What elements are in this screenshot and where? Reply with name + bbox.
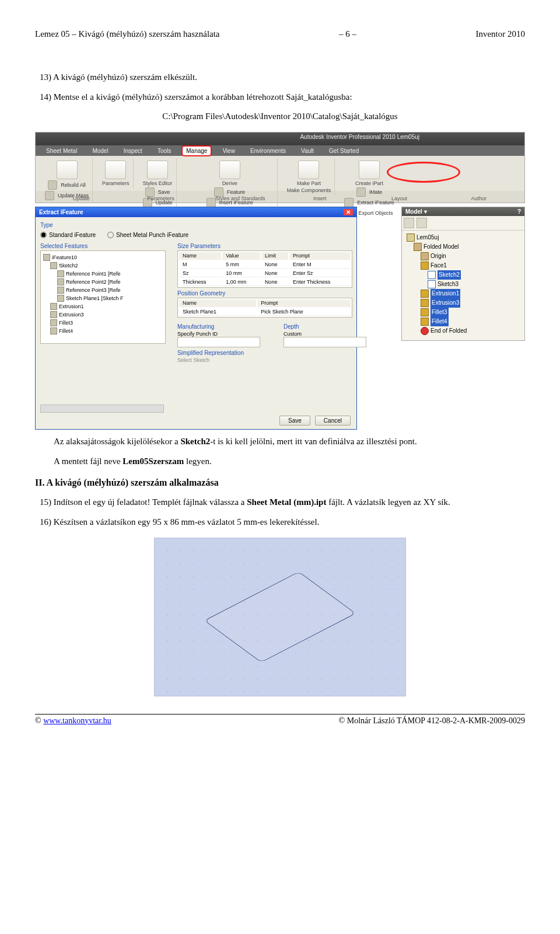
simplified-rep-label: Simplified Representation — [177, 350, 366, 356]
make-part-label: Make Part — [297, 180, 321, 186]
ribbon-tabs[interactable]: Sheet Metal Model Inspect Tools Manage V… — [43, 147, 362, 155]
panel-parameters: Parameters — [121, 196, 200, 201]
custom-label: Custom — [284, 331, 366, 337]
section-ii-title: II. A kivágó (mélyhúzó) szerszám alkalma… — [35, 478, 525, 488]
model-item-selected: Extrusion1 — [430, 289, 460, 298]
model-item: Folded Model — [424, 242, 459, 252]
select-sketch-label: Select Sketch — [177, 357, 366, 363]
step-15: 15) Indítson el egy új feladatot! Templé… — [35, 496, 525, 508]
manufacturing-label: Manufacturing — [177, 323, 260, 330]
create-ipart-icon[interactable] — [359, 161, 380, 179]
tree-icon — [50, 303, 57, 310]
export-objects-label: Export Objects — [358, 210, 393, 216]
screenshot-ribbon: Autodesk Inventor Professional 2010 Lem0… — [35, 132, 525, 203]
selected-features-tree[interactable]: iFeature10 Sketch2 Reference Point1 [Ref… — [40, 250, 166, 344]
parameters-label: Parameters — [102, 180, 130, 186]
h-scrollbar[interactable] — [40, 405, 164, 413]
part-icon — [407, 234, 415, 242]
step-16: 16) Készítsen a vázlatsíkon egy 95 x 86 … — [35, 516, 525, 528]
tab-sheet-metal[interactable]: Sheet Metal — [43, 147, 80, 155]
step-14: 14) Mentse el a kivágó (mélyhúzó) szersz… — [35, 91, 525, 103]
header-right: Inventor 2010 — [475, 29, 525, 39]
panel-styles: Styles and Standards — [201, 196, 280, 201]
radio-smpunch-label: Sheet Metal Punch iFeature — [116, 232, 188, 238]
fillet-icon — [421, 308, 429, 316]
face-icon — [421, 262, 429, 270]
sketch-icon — [428, 271, 436, 279]
model-item: End of Folded — [430, 326, 467, 336]
model-item-selected: Fillet3 — [430, 308, 449, 317]
type-label: Type — [40, 222, 352, 228]
tab-manage[interactable]: Manage — [183, 147, 211, 155]
tab-environments[interactable]: Environments — [247, 147, 289, 155]
model-item-selected: Sketch2 — [438, 270, 461, 280]
footer-link[interactable]: www.tankonyvtar.hu — [43, 716, 111, 725]
highlight-ring — [387, 162, 460, 183]
panel-update: Update — [41, 196, 121, 201]
tree-icon — [57, 287, 64, 294]
tree-item-refpt2: Reference Point2 [Refe — [66, 278, 121, 286]
size-params-table[interactable]: NameValue LimitPrompt M5 mmNoneEnter M S… — [177, 250, 352, 288]
tab-inspect[interactable]: Inspect — [120, 147, 146, 155]
dialog-title: Extract iFeature — [39, 209, 83, 215]
model-item-selected: Fillet4 — [430, 317, 449, 326]
feature-label: Feature — [227, 189, 245, 195]
header-center: – 6 – — [339, 29, 356, 39]
close-icon[interactable]: ✕ — [344, 209, 353, 215]
tree-icon — [50, 327, 57, 334]
ribbon-group-parameters: Parameters — [99, 158, 134, 189]
tree-item-refpt1: Reference Point1 [Refe — [66, 270, 121, 278]
make-part-icon[interactable] — [298, 161, 319, 179]
extrusion-icon — [421, 290, 429, 298]
derive-icon[interactable] — [219, 161, 240, 179]
tree-icon — [57, 278, 64, 285]
create-ipart-label: Create iPart — [355, 180, 383, 186]
tree-icon — [50, 262, 57, 269]
tree-icon — [50, 319, 57, 326]
derive-label: Derive — [222, 180, 237, 186]
para-filename: A mentett fájl neve Lem05Szerszam legyen… — [35, 455, 525, 467]
tab-get-started[interactable]: Get Started — [326, 147, 362, 155]
radio-standard-label: Standard iFeature — [49, 232, 96, 238]
model-item: Sketch3 — [438, 280, 459, 289]
punch-id-field[interactable] — [177, 337, 260, 347]
tree-item-fillet4: Fillet4 — [59, 327, 73, 335]
screenshot-dialog: Extract iFeature ✕ Type Standard iFeatur… — [35, 207, 357, 430]
model-item: Origin — [430, 252, 446, 261]
position-geometry-table[interactable]: NamePrompt Sketch Plane1Pick Sketch Plan… — [177, 298, 352, 318]
app-title: Autodesk Inventor Professional 2010 Lem0… — [300, 134, 419, 140]
footer-right: Molnár László TÁMOP 412-08-2-A-KMR-2009-… — [347, 716, 525, 725]
tab-tools[interactable]: Tools — [154, 147, 174, 155]
tree-icon — [43, 254, 50, 261]
depth-field[interactable] — [284, 337, 366, 347]
save-style-label: Save — [158, 189, 170, 195]
rebuild-label: Rebuild All — [61, 182, 86, 188]
panel-layout: Layout — [359, 196, 439, 201]
radio-sm-punch[interactable]: Sheet Metal Punch iFeature — [107, 232, 188, 238]
extrusion-icon — [421, 299, 429, 307]
model-tree[interactable]: Lem05uj Folded Model Origin Face1 Sketch… — [402, 231, 524, 340]
ribbon-group-labels: Update Parameters Styles and Standards I… — [41, 196, 519, 201]
end-icon — [421, 327, 429, 335]
tree-icon — [57, 295, 64, 302]
tab-vault[interactable]: Vault — [298, 147, 317, 155]
cancel-button[interactable]: Cancel — [315, 416, 351, 426]
styles-editor-icon[interactable] — [147, 161, 168, 179]
catalog-path: C:\Program Files\Autodesk\Inventor 2010\… — [35, 111, 525, 121]
ribbon-group-layout: Make Part Make Components — [284, 158, 335, 196]
depth-label: Depth — [284, 323, 366, 330]
tree-item-sketch2: Sketch2 — [59, 262, 78, 270]
parameters-icon[interactable] — [105, 161, 126, 179]
page-header: Lemez 05 – Kivágó (mélyhúzó) szerszám ha… — [35, 29, 525, 39]
tree-item-sketchplane: Sketch Plane1 [Sketch F — [66, 294, 124, 302]
tab-model[interactable]: Model — [89, 147, 111, 155]
para-sketch2: Az alaksajátosságok kijelölésekor a Sket… — [35, 435, 525, 447]
save-button[interactable]: Save — [279, 416, 310, 426]
tab-view[interactable]: View — [219, 147, 239, 155]
update-icon[interactable] — [57, 161, 78, 179]
header-left: Lemez 05 – Kivágó (mélyhúzó) szerszám ha… — [35, 29, 220, 39]
folded-icon — [414, 243, 422, 251]
radio-standard-ifeature[interactable]: Standard iFeature — [40, 232, 96, 238]
tree-item-extrusion1: Extrusion1 — [59, 302, 84, 311]
rebuild-icon[interactable] — [48, 180, 57, 190]
